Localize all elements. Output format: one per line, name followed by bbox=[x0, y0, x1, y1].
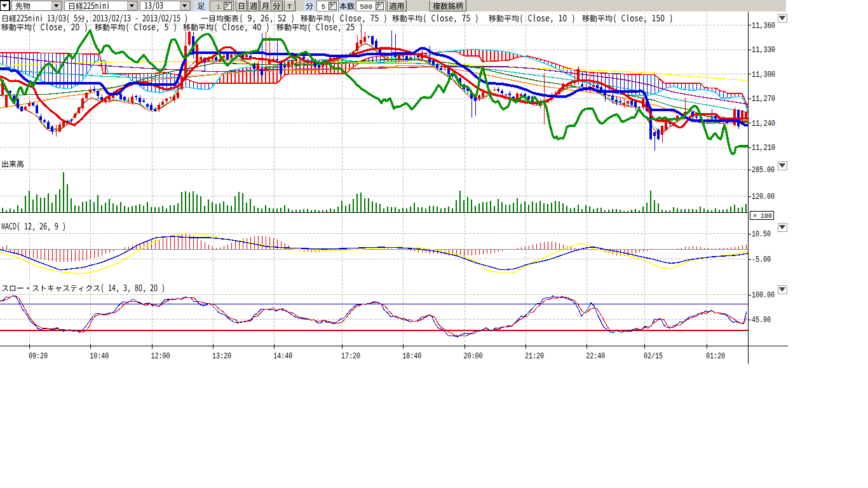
svg-text:11,300: 11,300 bbox=[752, 71, 775, 79]
svg-text:T: T bbox=[287, 3, 292, 11]
svg-text:18:40: 18:40 bbox=[402, 352, 421, 361]
svg-text:09:20: 09:20 bbox=[29, 352, 48, 361]
svg-text:11,240: 11,240 bbox=[752, 119, 775, 128]
svg-text:10:40: 10:40 bbox=[90, 352, 109, 361]
svg-text:12:00: 12:00 bbox=[151, 352, 170, 361]
svg-text:-5.00: -5.00 bbox=[752, 255, 771, 264]
svg-text:× 100: × 100 bbox=[753, 213, 772, 220]
svg-text:22:40: 22:40 bbox=[586, 352, 605, 361]
svg-text:11,210: 11,210 bbox=[752, 144, 775, 152]
svg-text:11,360: 11,360 bbox=[752, 22, 775, 30]
svg-text:13:20: 13:20 bbox=[212, 352, 231, 361]
svg-text:11,330: 11,330 bbox=[752, 46, 775, 55]
svg-text:45.00: 45.00 bbox=[752, 316, 771, 325]
svg-text:5: 5 bbox=[321, 3, 325, 11]
svg-text:500: 500 bbox=[360, 3, 372, 11]
svg-text:21:20: 21:20 bbox=[525, 352, 544, 361]
svg-text:120.00: 120.00 bbox=[752, 193, 775, 201]
svg-text:285.00: 285.00 bbox=[752, 166, 775, 175]
svg-text:11,270: 11,270 bbox=[752, 95, 775, 104]
svg-text:10.50: 10.50 bbox=[752, 230, 771, 239]
svg-text:20:00: 20:00 bbox=[464, 352, 483, 361]
svg-text:100.00: 100.00 bbox=[752, 291, 775, 300]
svg-text:02/15: 02/15 bbox=[644, 352, 663, 361]
svg-text:17:20: 17:20 bbox=[341, 352, 360, 361]
svg-text:14:40: 14:40 bbox=[273, 352, 292, 361]
svg-text:1: 1 bbox=[216, 3, 220, 11]
svg-text:01:20: 01:20 bbox=[706, 352, 725, 361]
